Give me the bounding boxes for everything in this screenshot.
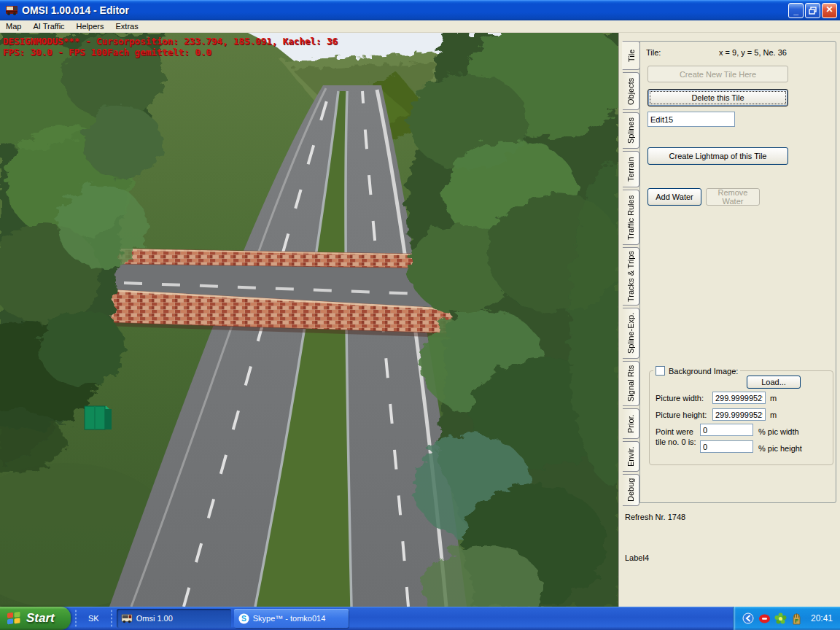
tile-label: Tile: [646,48,661,57]
window-title: OMSI 1.00.014 - Editor [22,4,788,16]
taskbar: Start SK Omsi 1.00 S Skype™ - tomko014 [0,607,840,630]
taskbar-separator [74,609,78,628]
tile-coordinates: x = 9, y = 5, Ne. 36 [719,48,787,57]
add-water-button[interactable]: Add Water [648,188,701,206]
tab-envir[interactable]: Envir. [623,441,639,472]
tab-debug[interactable]: Debug [623,474,639,506]
clock[interactable]: 20:41 [811,613,833,623]
tile-name-input[interactable] [648,112,735,127]
tab-tracks-and-trips[interactable]: Tracks & Trips [623,247,639,306]
system-tray: F 20:41 [733,607,840,630]
pic-width-suffix: % pic width [758,427,799,436]
debug-fps: FPS: 30.0 - FPS 100Fach gemittelt: 0.0 [3,47,211,58]
bus-icon [5,4,18,17]
picture-width-label: Picture width: [656,394,704,402]
skype-icon: S [238,613,249,624]
point-pic-height-input[interactable] [700,440,753,453]
task-label: Omsi 1.00 [136,614,173,623]
menu-map[interactable]: Map [0,21,27,31]
picture-height-unit: m [770,411,777,419]
tab-spline-exp[interactable]: Spline-Exp. [623,308,639,359]
label4: Label4 [625,553,649,562]
remove-water-button: Remove Water [706,188,760,206]
hide-icons-chevron-icon[interactable] [742,612,755,625]
tab-objects[interactable]: Objects [623,72,639,110]
create-new-tile-button: Create New Tile Here [648,66,788,82]
menu-ai-traffic[interactable]: AI Traffic [27,21,70,31]
tab-strip: Tile Objects Splines Terrain Traffic Rul… [623,41,640,508]
skype-status-icon[interactable] [758,612,771,625]
point-pic-width-input[interactable] [700,424,753,436]
taskbar-item-omsi[interactable]: Omsi 1.00 [117,609,231,628]
svg-text:S: S [241,615,246,623]
menu-helpers[interactable]: Helpers [71,21,110,31]
start-label: Start [26,611,55,626]
picture-height-label: Picture height: [656,411,707,419]
tab-traffic-rules[interactable]: Traffic Rules [623,190,639,245]
editor-panel: Tile Objects Splines Terrain Traffic Rul… [618,33,840,607]
tab-prior[interactable]: Prior. [623,408,639,439]
background-image-group: Background Image: Load... Picture width:… [649,370,833,465]
delete-tile-button[interactable]: Delete this Tile [648,89,788,106]
pic-height-suffix: % pic height [758,444,802,453]
minimize-button[interactable]: _ [788,3,804,18]
language-indicator[interactable]: SK [81,611,106,626]
tab-tile[interactable]: Tile [622,41,640,70]
omsi-editor-window: OMSI 1.00.014 - Editor _ ✕ Map AI Traffi… [0,0,840,630]
icq-flower-icon[interactable] [774,612,787,625]
background-image-checkbox[interactable] [656,366,665,376]
point-label-line2: tile no. 0 is: [656,438,696,446]
green-container [85,406,112,429]
restore-button[interactable] [805,3,820,18]
tab-signal-rts[interactable]: Signal Rts [623,361,639,406]
menubar: Map AI Traffic Helpers Extras [0,20,840,33]
start-button[interactable]: Start [0,607,71,630]
taskbar-separator [109,609,114,628]
restore-icon [809,7,817,15]
refresh-counter: Refresh Nr. 1748 [625,513,685,521]
taskbar-item-skype[interactable]: S Skype™ - tomko014 [234,609,349,628]
titlebar: OMSI 1.00.014 - Editor _ ✕ [0,0,840,20]
viewport-3d-scene[interactable]: DESIGNMODUS*** - Cursorposition: 233.794… [0,33,618,607]
close-button[interactable]: ✕ [822,3,837,18]
scene-graphic [0,33,618,607]
picture-width-input[interactable] [712,392,766,404]
background-image-label: Background Image: [669,367,738,376]
svg-text:F: F [795,618,798,624]
point-label-line1: Point were [656,427,693,436]
hand-f-icon[interactable]: F [790,612,803,625]
bus-icon [121,612,133,624]
create-lightmap-button[interactable]: Create Lightmap of this Tile [648,147,788,165]
load-button[interactable]: Load... [747,376,801,389]
windows-flag-icon [6,610,22,626]
picture-height-input[interactable] [712,408,766,421]
debug-cursor-position: DESIGNMODUS*** - Cursorposition: 233.794… [3,36,338,47]
picture-width-unit: m [770,394,777,402]
menu-extras[interactable]: Extras [110,21,144,31]
tab-terrain[interactable]: Terrain [623,151,639,187]
task-label: Skype™ - tomko014 [253,614,326,623]
tab-splines[interactable]: Splines [623,112,639,149]
